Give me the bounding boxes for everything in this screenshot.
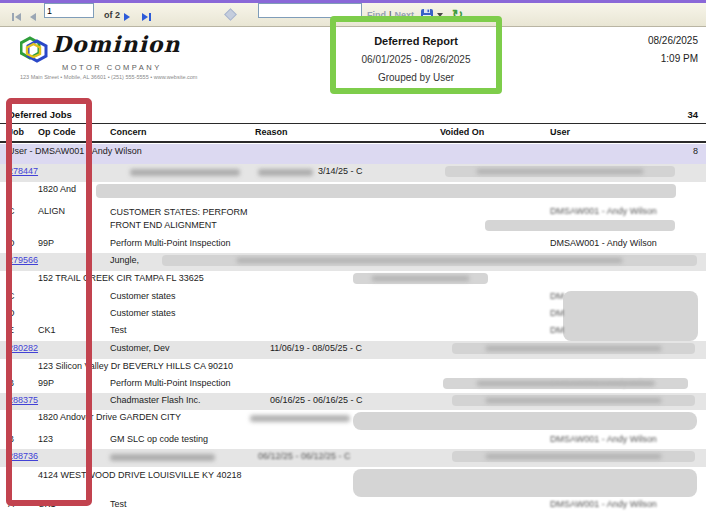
report-print-info: 08/26/2025 1:09 PM (648, 35, 698, 71)
table-row: ACK1TestDMSAW001 - Andy Wilson (0, 497, 706, 514)
cell-user: DMSAW001 - Andy Wilson (550, 238, 657, 248)
column-header-reason: Reason (255, 127, 288, 137)
table-row: 1820 And (0, 182, 706, 204)
print-time: 1:09 PM (648, 53, 698, 64)
column-header-voided: Voided On (440, 127, 484, 137)
table-row: 1820 Andover Drive GARDEN CITY (0, 410, 706, 432)
parent-report-icon (224, 8, 237, 21)
previous-page-button[interactable] (28, 3, 38, 30)
last-page-button[interactable] (140, 3, 153, 30)
blurred-text-region (250, 415, 350, 422)
cell-user: DM (550, 308, 564, 318)
redacted-region (485, 220, 675, 231)
cell-concern: Test (110, 325, 127, 335)
table-row: DCustomer statesDM (0, 306, 706, 323)
blurred-text-region (110, 454, 215, 461)
cell-user: DM (550, 325, 564, 335)
redacted-region (452, 451, 695, 462)
group-count: 8 (693, 146, 698, 156)
blurred-text-region (130, 169, 240, 176)
company-logo: Dominion MOTOR COMPANY 123 Main Street •… (20, 33, 230, 80)
last-page-icon (142, 13, 148, 21)
current-page-input[interactable] (44, 3, 94, 18)
cell-concern: Jungle, (110, 255, 139, 265)
logo-address-line: 123 Main Street • Mobile, AL 36601 • (25… (20, 74, 230, 80)
first-page-button[interactable] (10, 3, 23, 30)
table-row: 4124 WESTWOOD DRIVE LOUISVILLE KY 40218 (0, 467, 706, 497)
cell-text: 3/14/25 - C (318, 166, 363, 176)
next-page-button[interactable] (122, 3, 132, 30)
table-row: CCustomer statesDM (0, 289, 706, 306)
cell-concern: GM SLC op code testing (110, 434, 208, 444)
table-row: 28873606/12/25 - 06/12/25 - C (0, 449, 706, 467)
cell-user: DMSAW001 - Andy Wilson (550, 499, 657, 509)
redacted-region (353, 469, 697, 497)
annotation-green-highlight (330, 16, 502, 94)
table-row: 279566Jungle, (0, 253, 706, 271)
table-rows: User - DMSAW001 - Andy Wilson82784473/14… (0, 144, 706, 514)
table-row: 152 TRAIL CREEK CIR TAMPA FL 33625 (0, 271, 706, 289)
redacted-region (162, 255, 697, 266)
annotation-red-outline (6, 98, 92, 506)
table-row: 2784473/14/25 - C (0, 164, 706, 182)
cell-text: 06/12/25 - 06/12/25 - C (258, 451, 351, 461)
cell-concern: Perform Multi-Point Inspection (110, 238, 231, 248)
table-row: B123GM SLC op code testingDMSAW001 - And… (0, 432, 706, 449)
cell-concern: Customer, Dev (110, 343, 170, 353)
cell-concern: Test (110, 499, 127, 509)
cell-user: DMSAW001 - Andy Wilson (550, 434, 657, 444)
table-section-row: Deferred Jobs 34 (0, 106, 706, 124)
group-row: User - DMSAW001 - Andy Wilson8 (0, 144, 706, 164)
redacted-region (452, 343, 695, 354)
redacted-region (445, 166, 675, 177)
table-row: 280282Customer, Dev11/06/19 - 08/05/25 -… (0, 341, 706, 359)
cell-concern: Perform Multi-Point Inspection (110, 378, 231, 388)
logo-hexagon-icon (20, 35, 50, 65)
previous-page-icon (30, 13, 36, 21)
logo-subtitle: MOTOR COMPANY (62, 63, 230, 72)
next-page-icon (124, 13, 130, 21)
column-header-user: User (550, 127, 570, 137)
cell-text: 06/16/25 - 06/16/25 - C (270, 395, 363, 405)
page-count-label: of 2 (104, 3, 120, 26)
table-row: 123 Silicon Valley Dr BEVERLY HILLS CA 9… (0, 359, 706, 376)
redacted-region (443, 378, 688, 389)
redacted-region (96, 184, 676, 198)
parent-report-button[interactable] (226, 3, 235, 26)
cell-concern: CUSTOMER STATES: PERFORM FRONT END ALIGN… (110, 206, 262, 232)
table-total-count: 34 (687, 109, 698, 120)
report-page: Dominion MOTOR COMPANY 123 Main Street •… (0, 27, 706, 517)
column-header-concern: Concern (110, 127, 147, 137)
print-date: 08/26/2025 (648, 35, 698, 46)
table-row: B99PPerform Multi-Point InspectionDMSAW0… (0, 376, 706, 393)
redacted-region (452, 395, 695, 406)
cell-user: DM (550, 291, 564, 301)
blurred-text-region (258, 169, 313, 176)
table-row: CALIGNCUSTOMER STATES: PERFORM FRONT END… (0, 204, 706, 236)
cell-user: DMSAW001 - Andy Wilson (550, 206, 657, 216)
first-page-icon (12, 13, 14, 21)
cell-concern: Chadmaster Flash Inc. (110, 395, 201, 405)
table-row: D99PPerform Multi-Point InspectionDMSAW0… (0, 236, 706, 253)
report-viewer-window: of 2 Find | Next ↻ (0, 0, 706, 517)
table-row: ECK1TestDM (0, 323, 706, 341)
cell-concern: Customer states (110, 308, 176, 318)
logo-company-name: Dominion (52, 33, 180, 55)
redacted-region (353, 412, 697, 430)
table-row: 288375Chadmaster Flash Inc.06/16/25 - 06… (0, 393, 706, 410)
table-column-headers: JobOp CodeConcernReasonVoided OnUser (0, 124, 706, 143)
cell-text: 11/06/19 - 08/05/25 - C (270, 343, 362, 353)
redacted-region (353, 273, 488, 284)
deferred-jobs-table: Deferred Jobs 34 JobOp CodeConcernReason… (0, 106, 706, 514)
cell-concern: Customer states (110, 291, 176, 301)
